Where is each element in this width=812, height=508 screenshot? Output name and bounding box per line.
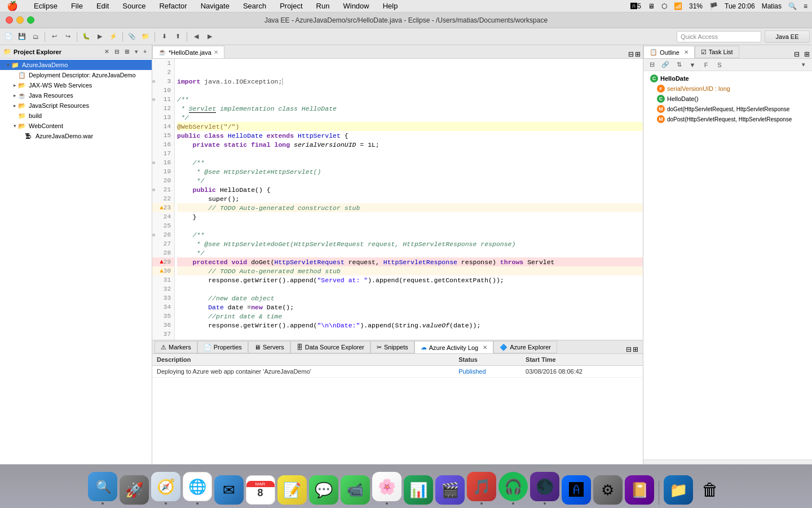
dock-music[interactable]: 🎵 — [467, 472, 496, 505]
perspective-button[interactable]: Java EE — [765, 30, 810, 43]
dock-eclipse[interactable]: 🌑 — [530, 472, 559, 505]
dock-keynote[interactable]: 🎬 — [435, 475, 465, 505]
open-type-button[interactable]: 📎 — [126, 30, 138, 43]
sort-btn[interactable]: ⇅ — [673, 59, 685, 71]
next-annotation-button[interactable]: ⬇ — [158, 30, 170, 43]
minimize-bottom-icon[interactable]: ⊟ — [626, 345, 632, 353]
tab-outline[interactable]: 📋 Outline ✕ — [643, 46, 695, 58]
menu-edit[interactable]: Edit — [94, 2, 111, 10]
tab-azure-activity[interactable]: ☁ Azure Activity Log ✕ — [414, 341, 493, 353]
dock-notes[interactable]: 📝 — [277, 475, 307, 505]
code-area[interactable]: import java.io.IOException; /** * Servle… — [175, 59, 643, 340]
close-explorer-icon[interactable]: ✕ — [103, 48, 111, 55]
tree-item-war[interactable]: 🗜 AzureJavaDemo.war — [0, 131, 152, 141]
tree-item-webcontent[interactable]: ▾ 📂 WebContent — [0, 121, 152, 131]
dock-launchpad[interactable]: 🚀 — [120, 475, 149, 505]
dock-onenote[interactable]: 📔 — [625, 475, 654, 505]
search-icon[interactable]: 🔍 — [788, 2, 797, 10]
azure-activity-close[interactable]: ✕ — [483, 344, 487, 351]
close-button[interactable] — [6, 16, 13, 24]
redo-button[interactable]: ↪ — [61, 30, 74, 43]
outline-item-constructor[interactable]: C HelloDate() — [646, 94, 810, 104]
outline-hide-fields-btn[interactable]: F — [700, 59, 712, 71]
new-button[interactable]: 📄 — [2, 30, 15, 43]
menu-help[interactable]: Help — [381, 2, 400, 10]
tab-servers[interactable]: 🖥 Servers — [248, 341, 290, 353]
menu-project[interactable]: Project — [277, 2, 304, 10]
maximize-explorer-icon[interactable]: ⊞ — [123, 48, 131, 55]
tree-item-deploy[interactable]: 📋 Deployment Descriptor: AzureJavaDemo — [0, 70, 152, 80]
maximize-outline-icon[interactable]: ⊞ — [802, 50, 812, 58]
tree-item-java[interactable]: ▸ ☕ Java Resources — [0, 90, 152, 100]
outline-close[interactable]: ✕ — [684, 49, 689, 55]
dock-systemprefs[interactable]: ⚙ — [593, 475, 623, 505]
tree-item-build[interactable]: 📁 build — [0, 111, 152, 121]
tab-properties[interactable]: 📄 Properties — [197, 341, 248, 353]
tab-datasource[interactable]: 🗄 Data Source Explorer — [290, 341, 370, 353]
outline-view-menu-btn[interactable]: ▾ — [797, 59, 810, 71]
dock-chrome[interactable]: 🌐 — [183, 472, 212, 505]
minimize-outline-icon[interactable]: ⊟ — [792, 50, 802, 58]
dock-trash[interactable]: 🗑 — [695, 475, 725, 505]
minimize-button[interactable] — [16, 16, 24, 24]
tree-item-jax[interactable]: ▸ 📂 JAX-WS Web Services — [0, 80, 152, 90]
menu-navigate[interactable]: Navigate — [198, 2, 232, 10]
menu-search[interactable]: Search — [241, 2, 268, 10]
dock-finder[interactable]: 🔍 — [88, 472, 117, 505]
tab-azure-explorer[interactable]: 🔷 Azure Explorer — [493, 341, 557, 353]
menu-refactor[interactable]: Refactor — [157, 2, 189, 10]
editor-tab-hellodate[interactable]: ☕ *HelloDate.java ✕ — [152, 46, 224, 58]
editor-content-area[interactable]: 1 2 ⊖3 10 ⊖11 12 13 14 15 16 17 ⊖18 19 2… — [152, 59, 643, 340]
external-tools-button[interactable]: ⚡ — [107, 30, 120, 43]
dock-finder2[interactable]: 📁 — [664, 475, 693, 505]
outline-item-serial[interactable]: F serialVersionUID : long — [646, 84, 810, 94]
minimize-editor-icon[interactable]: ⊟ — [628, 50, 634, 58]
dock-spotify[interactable]: 🎧 — [498, 472, 528, 505]
back-button[interactable]: ◀ — [190, 30, 202, 43]
list-icon[interactable]: ≡ — [804, 2, 807, 10]
outline-scrollbar[interactable] — [643, 459, 812, 464]
menu-eclipse[interactable]: Eclipse — [32, 2, 60, 10]
dock-facetime[interactable]: 📹 — [341, 475, 370, 505]
tab-snippets[interactable]: ✂ Snippets — [370, 341, 414, 353]
outline-item-dopost[interactable]: M doPost(HttpServletRequest, HttpServlet… — [646, 114, 810, 124]
collapse-all-btn[interactable]: ⊟ — [646, 59, 658, 71]
minimize-explorer-icon[interactable]: ⊟ — [113, 48, 121, 55]
menu-file[interactable]: File — [69, 2, 85, 10]
dock-appstore[interactable]: 🅰 — [562, 475, 591, 505]
dock-mail[interactable]: ✉ — [214, 475, 244, 505]
dock-safari[interactable]: 🧭 — [151, 472, 180, 505]
maximize-button[interactable] — [27, 16, 34, 24]
save-all-button[interactable]: 🗂 — [29, 30, 42, 43]
apple-menu[interactable]: 🍎 — [5, 1, 20, 11]
link-with-editor-btn[interactable]: 🔗 — [659, 59, 672, 71]
tree-view-icon[interactable]: ▾ — [133, 48, 139, 55]
tab-markers[interactable]: ⚠ Markers — [155, 341, 197, 353]
prev-annotation-button[interactable]: ⬆ — [171, 30, 184, 43]
maximize-editor-icon[interactable]: ⊞ — [635, 50, 641, 58]
open-resource-button[interactable]: 📁 — [139, 30, 152, 43]
undo-button[interactable]: ↩ — [48, 30, 60, 43]
menu-source[interactable]: Source — [120, 2, 148, 10]
menu-run[interactable]: Run — [314, 2, 332, 10]
dock-messages[interactable]: 💬 — [309, 475, 338, 505]
quick-access-input[interactable]: Quick Access — [677, 31, 761, 42]
status-published-link[interactable]: Published — [458, 368, 486, 375]
tree-item-azure[interactable]: ▾ 📁 AzureJavaDemo — [0, 60, 152, 70]
tree-item-js[interactable]: ▸ 📂 JavaScript Resources — [0, 100, 152, 111]
menu-window[interactable]: Window — [341, 2, 371, 10]
forward-button[interactable]: ▶ — [204, 30, 216, 43]
maximize-bottom-icon[interactable]: ⊞ — [633, 345, 638, 353]
outline-item-hellodate[interactable]: C HelloDate — [646, 73, 810, 84]
outline-item-doget[interactable]: M doGet(HttpServletRequest, HttpServletR… — [646, 104, 810, 114]
run-button[interactable]: ▶ — [94, 30, 106, 43]
tab-task-list[interactable]: ☑ Task List — [695, 46, 739, 58]
dock-calendar[interactable]: MAR 8 — [246, 475, 275, 505]
outline-hide-static-btn[interactable]: S — [713, 59, 726, 71]
tab-close-icon[interactable]: ✕ — [214, 49, 218, 55]
filter-btn[interactable]: ▼ — [686, 59, 699, 71]
save-button[interactable]: 💾 — [16, 30, 28, 43]
dock-photos[interactable]: 🌸 — [372, 472, 401, 505]
debug-button[interactable]: 🐛 — [80, 30, 92, 43]
dock-numbers[interactable]: 📊 — [404, 475, 433, 505]
